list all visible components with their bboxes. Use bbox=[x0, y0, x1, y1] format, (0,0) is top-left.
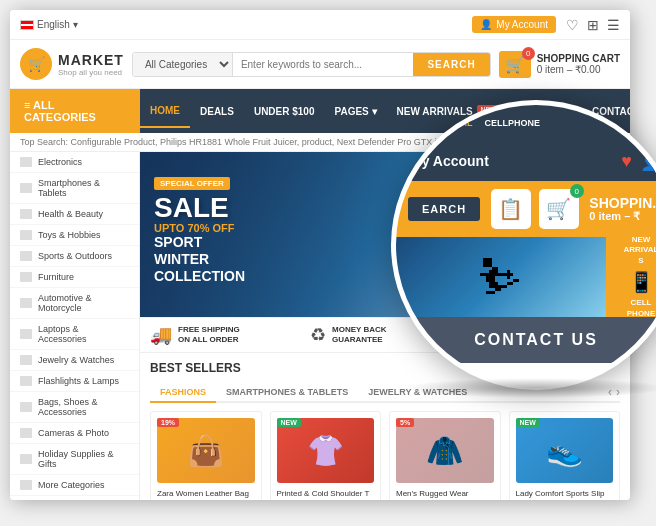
nav-under100[interactable]: UNDER $100 bbox=[244, 96, 325, 127]
compare-icon[interactable]: ⊞ bbox=[587, 17, 599, 33]
logo-icon: 🛒 bbox=[20, 48, 52, 80]
sidebar-label-smartphones: Smartphones & Tablets bbox=[38, 178, 129, 198]
jewelry-icon bbox=[20, 355, 32, 365]
nav-deals[interactable]: DEALS bbox=[190, 96, 244, 127]
zoom-new-arrivals-band: NEWARRIVALS 📱 CELLPHONE bbox=[606, 237, 656, 317]
sidebar-label-jewelry: Jewelry & Watches bbox=[38, 355, 114, 365]
zoom-search-label: EARCH bbox=[422, 203, 466, 215]
special-offer-badge: SPECIAL OFFER bbox=[154, 177, 230, 190]
nav-pages[interactable]: PAGES ▾ bbox=[325, 96, 387, 127]
tab-smartphones[interactable]: SMARTPHONES & TABLETS bbox=[216, 383, 358, 401]
product-name-shoes: Lady Comfort Sports Slip Shoes bbox=[516, 489, 614, 500]
shipping-icon: 🚚 bbox=[150, 324, 172, 346]
sidebar-item-furniture[interactable]: Furniture bbox=[10, 267, 139, 288]
search-button[interactable]: SEARCH bbox=[413, 53, 489, 76]
sidebar-item-sports[interactable]: Sports & Outdoors bbox=[10, 246, 139, 267]
tab-fashions[interactable]: FASHIONS bbox=[150, 383, 216, 403]
smartphones-icon bbox=[20, 183, 32, 193]
collection-text: SPORT WINTER COLLECTION bbox=[154, 234, 245, 284]
zoom-heart-icon[interactable]: ♥ bbox=[621, 151, 632, 172]
sidebar-item-toys[interactable]: Toys & Hobbies bbox=[10, 225, 139, 246]
zoom-list-icon[interactable]: 📋 bbox=[491, 189, 531, 229]
product-card-shoes[interactable]: NEW 👟 Lady Comfort Sports Slip Shoes ★★★… bbox=[509, 411, 621, 500]
cameras-icon bbox=[20, 428, 32, 438]
money-back-icon: ♻ bbox=[310, 324, 326, 346]
sidebar-item-more[interactable]: More Categories bbox=[10, 475, 139, 496]
cart-text: SHOPPING CART 0 item – ₹0.00 bbox=[537, 53, 620, 75]
zoom-phone-icon: 📱 bbox=[629, 270, 654, 294]
zoom-cart-sub: 0 item – ₹ bbox=[589, 210, 656, 223]
sidebar-item-bags[interactable]: Bags, Shoes & Accessories bbox=[10, 392, 139, 423]
zoom-cart-icons: 📋 🛒 0 bbox=[491, 189, 579, 229]
sale-text: SALE bbox=[154, 194, 245, 222]
cart-price: 0 item – ₹0.00 bbox=[537, 64, 620, 75]
feature-money-text: MONEY BACK GUARANTEE bbox=[332, 325, 387, 346]
zoom-person-icon[interactable]: 👤 bbox=[640, 150, 656, 172]
sidebar-item-cameras[interactable]: Cameras & Photo bbox=[10, 423, 139, 444]
zoom-cart-title: SHOPPIN... bbox=[589, 196, 656, 210]
product-name-jacket: Men's Rugged Wear Denim Jacket bbox=[396, 489, 494, 500]
product-image-jacket: 🧥 bbox=[396, 418, 494, 483]
sidebar-item-health[interactable]: Health & Beauty bbox=[10, 204, 139, 225]
feature-shipping: 🚚 FREE SHIPPING ON ALL ORDER bbox=[150, 324, 300, 346]
zoom-overlay: NEW ARRIVAL CELLPHONE My Account ♥ 👤 EAR… bbox=[391, 100, 656, 390]
cart-area: 🛒 0 SHOPPING CART 0 item – ₹0.00 bbox=[499, 51, 620, 78]
sidebar-item-flashlights[interactable]: Flashlights & Lamps bbox=[10, 371, 139, 392]
category-select[interactable]: All Categories bbox=[133, 53, 233, 76]
search-area: All Categories SEARCH bbox=[132, 52, 491, 77]
sidebar-label-cameras: Cameras & Photo bbox=[38, 428, 109, 438]
zoom-account-label: My Account bbox=[410, 153, 489, 169]
sidebar-label-toys: Toys & Hobbies bbox=[38, 230, 101, 240]
flashlights-icon bbox=[20, 376, 32, 386]
sidebar-item-electronics[interactable]: Electronics bbox=[10, 152, 139, 173]
sale-sub: UPTO 70% OFF bbox=[154, 222, 245, 234]
language-label: English bbox=[37, 19, 70, 30]
sidebar-item-holiday[interactable]: Holiday Supplies & Gifts bbox=[10, 444, 139, 475]
sidebar-label-bags: Bags, Shoes & Accessories bbox=[38, 397, 129, 417]
toys-icon bbox=[20, 230, 32, 240]
sidebar-label-laptops: Laptops & Accessories bbox=[38, 324, 129, 344]
product-card-jacket[interactable]: 5% 🧥 Men's Rugged Wear Denim Jacket ★★★★… bbox=[389, 411, 501, 500]
laptops-icon bbox=[20, 329, 32, 339]
heart-icon[interactable]: ♡ bbox=[566, 17, 579, 33]
hero-text: SPECIAL OFFER SALE UPTO 70% OFF SPORT WI… bbox=[154, 172, 245, 284]
product-badge-bag: 19% bbox=[157, 418, 179, 427]
sidebar-label-electronics: Electronics bbox=[38, 157, 82, 167]
language-selector[interactable]: English ▾ bbox=[20, 19, 78, 30]
zoom-search-btn[interactable]: EARCH bbox=[408, 197, 480, 221]
zoom-hero-area: ⛷ bbox=[396, 237, 606, 317]
product-name-shirt: Printed & Cold Shoulder T Shirts bbox=[277, 489, 375, 500]
product-card-shirt[interactable]: NEW 👚 Printed & Cold Shoulder T Shirts ★… bbox=[270, 411, 382, 500]
zoom-nav-new-arrival: NEW ARRIVAL bbox=[404, 118, 479, 128]
sidebar-label-furniture: Furniture bbox=[38, 272, 74, 282]
zoom-cart-icon[interactable]: 🛒 0 bbox=[539, 189, 579, 229]
products-grid: 19% 👜 Zara Women Leather Bag ★★★★★ ₹200.… bbox=[150, 411, 620, 500]
search-input[interactable] bbox=[233, 53, 414, 76]
cart-icon-box[interactable]: 🛒 0 bbox=[499, 51, 531, 78]
sidebar-item-jewelry[interactable]: Jewelry & Watches bbox=[10, 350, 139, 371]
flag-icon bbox=[20, 20, 34, 30]
product-badge-jacket: 5% bbox=[396, 418, 414, 427]
product-image-shoes: 👟 bbox=[516, 418, 614, 483]
sidebar-item-laptops[interactable]: Laptops & Accessories bbox=[10, 319, 139, 350]
sidebar-label-health: Health & Beauty bbox=[38, 209, 103, 219]
my-account-button[interactable]: 👤 My Account bbox=[472, 16, 556, 33]
profile-icon[interactable]: ☰ bbox=[607, 17, 620, 33]
holiday-icon bbox=[20, 454, 32, 464]
all-categories-btn[interactable]: ≡ ALL CATEGORIES bbox=[10, 89, 140, 133]
zoom-circle: NEW ARRIVAL CELLPHONE My Account ♥ 👤 EAR… bbox=[391, 100, 656, 390]
zoom-cart-text: SHOPPIN... 0 item – ₹ bbox=[589, 196, 656, 223]
sidebar-item-smartphones[interactable]: Smartphones & Tablets bbox=[10, 173, 139, 204]
zoom-middle-row: ⛷ NEWARRIVALS 📱 CELLPHONE bbox=[396, 237, 656, 317]
nav-home[interactable]: HOME bbox=[140, 95, 190, 128]
logo-text: MARKET Shop all you need bbox=[58, 52, 124, 77]
sidebar-label-automotive: Automotive & Motorcycle bbox=[38, 293, 129, 313]
more-icon bbox=[20, 480, 32, 490]
furniture-icon bbox=[20, 272, 32, 282]
sidebar-label-sports: Sports & Outdoors bbox=[38, 251, 112, 261]
product-card-bag[interactable]: 19% 👜 Zara Women Leather Bag ★★★★★ ₹200.… bbox=[150, 411, 262, 500]
sidebar-item-automotive[interactable]: Automotive & Motorcycle bbox=[10, 288, 139, 319]
account-person-icon: 👤 bbox=[480, 19, 492, 30]
product-image-bag: 👜 bbox=[157, 418, 255, 483]
zoom-skier-figure: ⛷ bbox=[477, 250, 525, 305]
